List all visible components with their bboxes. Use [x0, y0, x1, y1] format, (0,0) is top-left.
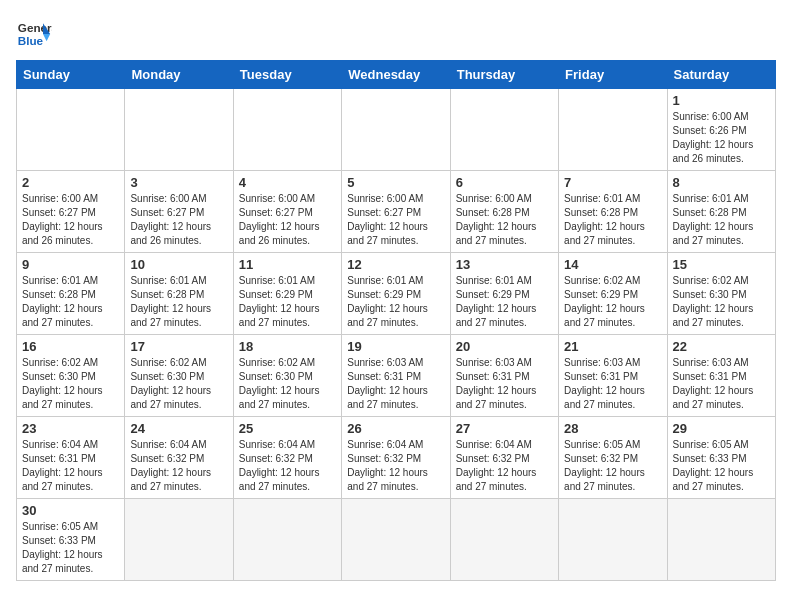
- calendar-cell: [450, 499, 558, 581]
- calendar-cell: 1Sunrise: 6:00 AM Sunset: 6:26 PM Daylig…: [667, 89, 775, 171]
- calendar-cell: 25Sunrise: 6:04 AM Sunset: 6:32 PM Dayli…: [233, 417, 341, 499]
- calendar-week-row: 16Sunrise: 6:02 AM Sunset: 6:30 PM Dayli…: [17, 335, 776, 417]
- col-header-monday: Monday: [125, 61, 233, 89]
- calendar-cell: [342, 499, 450, 581]
- calendar-cell: 21Sunrise: 6:03 AM Sunset: 6:31 PM Dayli…: [559, 335, 667, 417]
- calendar-cell: 3Sunrise: 6:00 AM Sunset: 6:27 PM Daylig…: [125, 171, 233, 253]
- day-number: 15: [673, 257, 770, 272]
- col-header-thursday: Thursday: [450, 61, 558, 89]
- day-number: 29: [673, 421, 770, 436]
- calendar-cell: 7Sunrise: 6:01 AM Sunset: 6:28 PM Daylig…: [559, 171, 667, 253]
- calendar-cell: 15Sunrise: 6:02 AM Sunset: 6:30 PM Dayli…: [667, 253, 775, 335]
- day-number: 7: [564, 175, 661, 190]
- calendar-header-row: SundayMondayTuesdayWednesdayThursdayFrid…: [17, 61, 776, 89]
- calendar-cell: 2Sunrise: 6:00 AM Sunset: 6:27 PM Daylig…: [17, 171, 125, 253]
- calendar-cell: [559, 89, 667, 171]
- calendar-cell: [17, 89, 125, 171]
- day-number: 24: [130, 421, 227, 436]
- day-number: 1: [673, 93, 770, 108]
- calendar-cell: [233, 89, 341, 171]
- day-number: 21: [564, 339, 661, 354]
- day-info: Sunrise: 6:04 AM Sunset: 6:32 PM Dayligh…: [130, 438, 227, 494]
- day-number: 2: [22, 175, 119, 190]
- calendar-cell: 20Sunrise: 6:03 AM Sunset: 6:31 PM Dayli…: [450, 335, 558, 417]
- calendar-cell: 18Sunrise: 6:02 AM Sunset: 6:30 PM Dayli…: [233, 335, 341, 417]
- calendar-cell: 5Sunrise: 6:00 AM Sunset: 6:27 PM Daylig…: [342, 171, 450, 253]
- calendar-cell: 13Sunrise: 6:01 AM Sunset: 6:29 PM Dayli…: [450, 253, 558, 335]
- day-info: Sunrise: 6:02 AM Sunset: 6:30 PM Dayligh…: [22, 356, 119, 412]
- day-info: Sunrise: 6:03 AM Sunset: 6:31 PM Dayligh…: [673, 356, 770, 412]
- day-number: 4: [239, 175, 336, 190]
- day-number: 19: [347, 339, 444, 354]
- day-info: Sunrise: 6:01 AM Sunset: 6:28 PM Dayligh…: [673, 192, 770, 248]
- calendar-cell: [450, 89, 558, 171]
- day-number: 13: [456, 257, 553, 272]
- day-number: 25: [239, 421, 336, 436]
- day-info: Sunrise: 6:01 AM Sunset: 6:28 PM Dayligh…: [130, 274, 227, 330]
- day-info: Sunrise: 6:00 AM Sunset: 6:27 PM Dayligh…: [347, 192, 444, 248]
- day-info: Sunrise: 6:02 AM Sunset: 6:30 PM Dayligh…: [130, 356, 227, 412]
- calendar-cell: 16Sunrise: 6:02 AM Sunset: 6:30 PM Dayli…: [17, 335, 125, 417]
- day-number: 11: [239, 257, 336, 272]
- day-info: Sunrise: 6:03 AM Sunset: 6:31 PM Dayligh…: [564, 356, 661, 412]
- calendar-week-row: 30Sunrise: 6:05 AM Sunset: 6:33 PM Dayli…: [17, 499, 776, 581]
- calendar-cell: 6Sunrise: 6:00 AM Sunset: 6:28 PM Daylig…: [450, 171, 558, 253]
- calendar-week-row: 1Sunrise: 6:00 AM Sunset: 6:26 PM Daylig…: [17, 89, 776, 171]
- day-number: 27: [456, 421, 553, 436]
- day-info: Sunrise: 6:00 AM Sunset: 6:27 PM Dayligh…: [22, 192, 119, 248]
- day-number: 18: [239, 339, 336, 354]
- calendar-cell: 26Sunrise: 6:04 AM Sunset: 6:32 PM Dayli…: [342, 417, 450, 499]
- day-number: 23: [22, 421, 119, 436]
- calendar-cell: 28Sunrise: 6:05 AM Sunset: 6:32 PM Dayli…: [559, 417, 667, 499]
- calendar-cell: 29Sunrise: 6:05 AM Sunset: 6:33 PM Dayli…: [667, 417, 775, 499]
- col-header-tuesday: Tuesday: [233, 61, 341, 89]
- day-info: Sunrise: 6:04 AM Sunset: 6:32 PM Dayligh…: [347, 438, 444, 494]
- day-info: Sunrise: 6:01 AM Sunset: 6:28 PM Dayligh…: [564, 192, 661, 248]
- day-number: 17: [130, 339, 227, 354]
- day-number: 3: [130, 175, 227, 190]
- calendar-cell: 23Sunrise: 6:04 AM Sunset: 6:31 PM Dayli…: [17, 417, 125, 499]
- calendar-cell: 22Sunrise: 6:03 AM Sunset: 6:31 PM Dayli…: [667, 335, 775, 417]
- calendar-cell: [559, 499, 667, 581]
- calendar-cell: 10Sunrise: 6:01 AM Sunset: 6:28 PM Dayli…: [125, 253, 233, 335]
- calendar-week-row: 23Sunrise: 6:04 AM Sunset: 6:31 PM Dayli…: [17, 417, 776, 499]
- day-number: 16: [22, 339, 119, 354]
- calendar-cell: 14Sunrise: 6:02 AM Sunset: 6:29 PM Dayli…: [559, 253, 667, 335]
- svg-marker-3: [43, 34, 50, 41]
- day-info: Sunrise: 6:05 AM Sunset: 6:33 PM Dayligh…: [22, 520, 119, 576]
- day-info: Sunrise: 6:01 AM Sunset: 6:29 PM Dayligh…: [239, 274, 336, 330]
- calendar-week-row: 2Sunrise: 6:00 AM Sunset: 6:27 PM Daylig…: [17, 171, 776, 253]
- day-number: 20: [456, 339, 553, 354]
- day-number: 8: [673, 175, 770, 190]
- calendar-cell: 17Sunrise: 6:02 AM Sunset: 6:30 PM Dayli…: [125, 335, 233, 417]
- calendar-cell: [125, 89, 233, 171]
- calendar-cell: 27Sunrise: 6:04 AM Sunset: 6:32 PM Dayli…: [450, 417, 558, 499]
- col-header-friday: Friday: [559, 61, 667, 89]
- day-number: 5: [347, 175, 444, 190]
- page-header: General Blue: [16, 16, 776, 52]
- day-info: Sunrise: 6:01 AM Sunset: 6:29 PM Dayligh…: [347, 274, 444, 330]
- day-number: 22: [673, 339, 770, 354]
- svg-text:Blue: Blue: [18, 34, 44, 47]
- calendar-cell: 11Sunrise: 6:01 AM Sunset: 6:29 PM Dayli…: [233, 253, 341, 335]
- day-info: Sunrise: 6:02 AM Sunset: 6:30 PM Dayligh…: [239, 356, 336, 412]
- day-info: Sunrise: 6:01 AM Sunset: 6:29 PM Dayligh…: [456, 274, 553, 330]
- calendar-cell: 19Sunrise: 6:03 AM Sunset: 6:31 PM Dayli…: [342, 335, 450, 417]
- day-info: Sunrise: 6:04 AM Sunset: 6:32 PM Dayligh…: [239, 438, 336, 494]
- day-info: Sunrise: 6:03 AM Sunset: 6:31 PM Dayligh…: [347, 356, 444, 412]
- calendar-cell: 12Sunrise: 6:01 AM Sunset: 6:29 PM Dayli…: [342, 253, 450, 335]
- day-info: Sunrise: 6:00 AM Sunset: 6:27 PM Dayligh…: [130, 192, 227, 248]
- calendar-cell: [125, 499, 233, 581]
- col-header-wednesday: Wednesday: [342, 61, 450, 89]
- day-info: Sunrise: 6:01 AM Sunset: 6:28 PM Dayligh…: [22, 274, 119, 330]
- day-info: Sunrise: 6:03 AM Sunset: 6:31 PM Dayligh…: [456, 356, 553, 412]
- calendar-cell: [342, 89, 450, 171]
- day-info: Sunrise: 6:05 AM Sunset: 6:32 PM Dayligh…: [564, 438, 661, 494]
- day-info: Sunrise: 6:04 AM Sunset: 6:31 PM Dayligh…: [22, 438, 119, 494]
- calendar-cell: [667, 499, 775, 581]
- day-number: 10: [130, 257, 227, 272]
- day-info: Sunrise: 6:00 AM Sunset: 6:26 PM Dayligh…: [673, 110, 770, 166]
- calendar-cell: 9Sunrise: 6:01 AM Sunset: 6:28 PM Daylig…: [17, 253, 125, 335]
- day-number: 14: [564, 257, 661, 272]
- day-info: Sunrise: 6:00 AM Sunset: 6:28 PM Dayligh…: [456, 192, 553, 248]
